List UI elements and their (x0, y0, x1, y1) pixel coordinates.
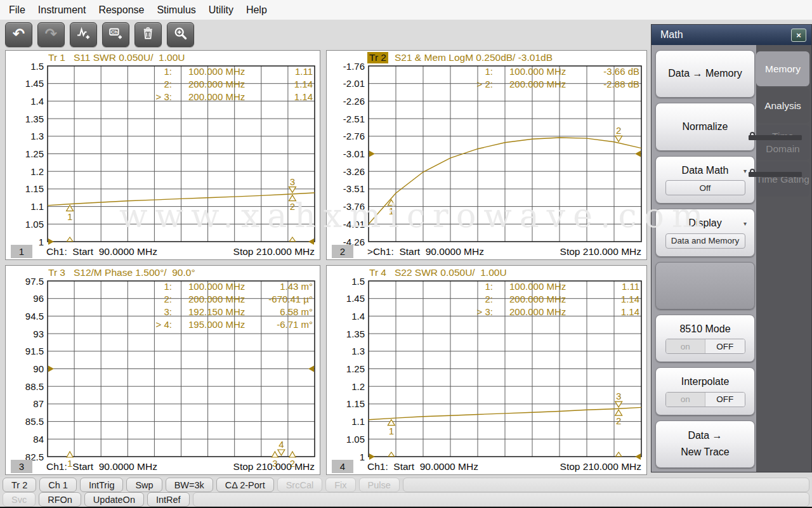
svg-text:1: 1 (389, 426, 394, 436)
status-intref[interactable]: IntRef (147, 492, 190, 507)
menu-file[interactable]: File (3, 0, 32, 20)
button-label: Data → (658, 429, 752, 443)
status-c-2-port[interactable]: CΔ 2-Port (216, 478, 274, 492)
button-label: Data Math▾ (658, 164, 752, 178)
svg-text:1.5: 1.5 (30, 61, 44, 72)
menu-instrument[interactable]: Instrument (32, 0, 93, 20)
interpolate-button-toggle[interactable]: onOFF (665, 392, 745, 407)
status-svc[interactable]: Svc (3, 492, 36, 507)
display-button[interactable]: Display▾Data and Memory (655, 209, 755, 256)
toggle-off[interactable]: OFF (705, 393, 745, 407)
trace-label[interactable]: Tr 1 (46, 52, 67, 63)
status-filler (403, 478, 809, 492)
trace-label[interactable]: Tr 4 (367, 267, 388, 278)
display-button-value[interactable]: Data and Memory (665, 233, 745, 249)
status-row-1: Tr 2Ch 1IntTrigSwpBW=3kCΔ 2-PortSrcCalFi… (3, 478, 809, 492)
add-channel-button[interactable]: Ch (102, 22, 129, 47)
trace-format: S22 SWR 0.050U/ 1.00U (395, 267, 507, 278)
mode-8510-button-toggle[interactable]: onOFF (665, 339, 745, 354)
svg-text:3:: 3: (164, 306, 172, 317)
toggle-on[interactable]: on (666, 393, 706, 407)
add-channel-icon: Ch (109, 27, 122, 42)
delete-button[interactable] (134, 22, 162, 47)
status-srccal[interactable]: SrcCal (277, 478, 323, 492)
plot-window-1: Tr 1S11 SWR 0.050U/ 1.00U1.51.451.41.351… (5, 50, 320, 260)
plot-area[interactable]: 97.59694.59391.59088.58785.58482.51:100.… (6, 280, 318, 459)
toggle-off[interactable]: OFF (705, 339, 745, 353)
status-pulse[interactable]: Pulse (359, 478, 400, 492)
mode-8510-button[interactable]: 8510 ModeonOFF (655, 315, 755, 362)
menu-utility[interactable]: Utility (202, 0, 240, 20)
svg-text:200.000 MHz: 200.000 MHz (188, 294, 245, 304)
svg-text:-2.26: -2.26 (343, 96, 365, 107)
svg-text:195.000 MHz: 195.000 MHz (188, 319, 245, 330)
menu-response[interactable]: Response (92, 0, 150, 20)
menu-help[interactable]: Help (240, 0, 273, 20)
svg-text:100.000 MHz: 100.000 MHz (509, 281, 566, 292)
data-math-button-value[interactable]: Off (665, 180, 745, 195)
stop-frequency: Stop 210.000 MHz (233, 461, 315, 472)
blank-slot (655, 262, 755, 309)
add-trace-button[interactable] (70, 22, 97, 47)
svg-text:1.15: 1.15 (25, 183, 44, 194)
status-swp[interactable]: Swp (126, 478, 162, 492)
svg-text:2:: 2: (164, 79, 172, 89)
tab-memory[interactable]: Memory (756, 51, 809, 86)
svg-text:94.5: 94.5 (25, 311, 44, 322)
tab-time-gating[interactable]: Time Gating (756, 162, 809, 197)
status-ch-1[interactable]: Ch 1 (39, 478, 77, 492)
status-inttrig[interactable]: IntTrig (80, 478, 124, 492)
stop-frequency: Stop 210.000 MHz (560, 246, 641, 257)
svg-text:1.43 m°: 1.43 m° (280, 281, 313, 292)
svg-text:1.14: 1.14 (294, 91, 313, 102)
svg-text:-2.51: -2.51 (343, 114, 365, 124)
menu-stimulus[interactable]: Stimulus (150, 0, 202, 20)
svg-text:1.05: 1.05 (346, 434, 365, 445)
plot-grid: Tr 1S11 SWR 0.050U/ 1.00U1.51.451.41.351… (5, 50, 647, 476)
tab-analysis[interactable]: Analysis (756, 88, 809, 123)
status-fix[interactable]: Fix (325, 478, 355, 492)
menu-bar: FileInstrumentResponseStimulusUtilityHel… (0, 0, 812, 20)
status-rfon[interactable]: RFOn (39, 492, 81, 507)
math-buttons: Data → MemoryNormalizeData Math▾OffDispl… (652, 45, 756, 472)
svg-text:1:: 1: (485, 281, 493, 292)
toggle-on[interactable]: on (666, 339, 706, 353)
undo-button[interactable]: ↶ (5, 22, 32, 47)
svg-text:2: 2 (290, 201, 295, 212)
svg-text:3: 3 (290, 176, 295, 187)
window-tab-1[interactable]: 1 (11, 245, 32, 258)
data-math-button[interactable]: Data Math▾Off (655, 156, 755, 204)
trace-label[interactable]: Tr 2 (367, 52, 388, 63)
trace-format: S21 & Mem LogM 0.250dB/ -3.01dB (395, 52, 553, 63)
delete-icon (141, 27, 155, 42)
window-tab-2[interactable]: 2 (332, 245, 353, 258)
status-tr-2[interactable]: Tr 2 (3, 478, 36, 492)
svg-text:2: 2 (616, 415, 621, 426)
svg-text:100.000 MHz: 100.000 MHz (509, 66, 566, 77)
svg-text:200.000 MHz: 200.000 MHz (509, 294, 566, 304)
trace-format: S11 SWR 0.050U/ 1.00U (74, 52, 185, 63)
tab-time-domain[interactable]: Time Domain (756, 125, 809, 160)
interpolate-button[interactable]: InterpolateonOFF (655, 367, 755, 415)
data-to-memory-button[interactable]: Data → Memory (655, 50, 755, 98)
svg-text:200.000 MHz: 200.000 MHz (509, 79, 566, 89)
data-to-new-trace-button[interactable]: Data →New Trace (655, 420, 755, 468)
window-tab-3[interactable]: 3 (11, 460, 32, 473)
plot-area[interactable]: 1.51.451.41.351.31.251.21.151.11.0511:10… (6, 65, 318, 244)
svg-text:1:: 1: (164, 66, 172, 77)
window-tab-4[interactable]: 4 (332, 460, 353, 473)
plot-window-2: Tr 2S21 & Mem LogM 0.250dB/ -3.01dB-1.76… (326, 50, 647, 260)
svg-text:1:: 1: (164, 281, 172, 292)
plot-area[interactable]: 1.51.451.41.351.31.251.21.151.11.0511:10… (327, 280, 645, 459)
trace-label[interactable]: Tr 3 (46, 267, 67, 278)
status-bw-3k[interactable]: BW=3k (166, 478, 213, 492)
svg-text:-2.01: -2.01 (343, 78, 365, 89)
plot-area[interactable]: -1.76-2.01-2.26-2.51-2.76-3.01-3.26-3.51… (327, 65, 645, 244)
math-panel-header: Math × (652, 25, 811, 45)
status-updateon[interactable]: UpdateOn (84, 492, 144, 507)
normalize-button[interactable]: Normalize (655, 103, 755, 150)
close-icon[interactable]: × (791, 29, 806, 42)
svg-text:1.14: 1.14 (294, 79, 313, 89)
zoom-in-button[interactable] (167, 22, 194, 47)
redo-button[interactable]: ↷ (37, 22, 65, 47)
